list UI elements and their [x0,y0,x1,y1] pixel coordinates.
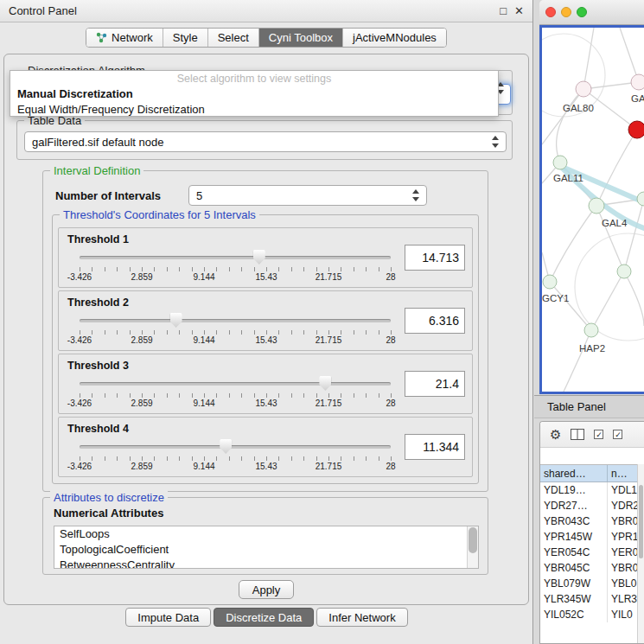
slider-thumb[interactable] [220,439,232,454]
gear-icon[interactable]: ⚙ [550,428,561,441]
checkbox-icon[interactable]: ✓ [613,430,622,439]
network-node[interactable] [628,121,644,138]
algorithm-option-manual[interactable]: Manual Discretization [10,86,498,101]
tab-jactivemnodules[interactable]: jActiveMNodules [343,29,446,47]
control-panel-titlebar[interactable]: Control Panel □ ✕ [0,0,532,22]
table-cell[interactable]: YDL1 [608,482,637,498]
threshold-3-slider[interactable] [80,375,391,392]
network-node[interactable] [589,198,604,214]
network-node[interactable] [584,323,598,337]
tab-network[interactable]: Network [86,29,163,47]
close-traffic-light-icon[interactable] [545,7,556,17]
threshold-4-value-field[interactable]: 11.344 [405,434,465,460]
algorithm-option-equal-width[interactable]: Equal Width/Frequency Discretization [10,101,498,117]
network-window-titlebar[interactable] [539,0,644,25]
threshold-2-value-field[interactable]: 6.316 [405,308,465,334]
network-node[interactable] [637,192,644,206]
number-of-intervals-combobox[interactable]: 5 [188,185,427,206]
table-cell[interactable]: YBR0 [608,560,637,576]
table-data-combobox[interactable]: galFiltered.sif default node [24,131,507,152]
column-header-shared-name[interactable]: shared… [540,465,608,481]
table-row[interactable]: YBR043CYBR0 [540,513,637,529]
tab-cyni-toolbox[interactable]: Cyni Toolbox [259,29,343,47]
table-cell[interactable]: YIL052C [540,607,608,622]
tab-impute-data[interactable]: Impute Data [125,608,211,627]
table-cell[interactable]: YBL0 [608,576,637,591]
zoom-traffic-light-icon[interactable] [577,7,587,17]
network-node[interactable] [576,81,591,97]
threshold-3-value-field[interactable]: 21.4 [405,371,465,397]
slider-scale: -3.4262.8599.14415.4321.71528 [80,462,391,472]
table-row[interactable]: YBR045CYBR0 [540,560,637,576]
list-scrollbar-thumb[interactable] [469,527,477,553]
table-row[interactable]: YDL19…YDL1 [540,482,637,498]
table-cell[interactable]: YLR3 [608,591,637,607]
float-window-icon[interactable]: □ [500,4,507,17]
columns-icon[interactable] [571,429,584,440]
table-scrollbar-thumb[interactable] [639,485,643,558]
column-header-name[interactable]: n… [608,465,637,481]
table-row[interactable]: YDR27…YDR2 [540,498,637,513]
tab-discretize-data[interactable]: Discretize Data [214,608,314,627]
checkbox-icon[interactable]: ✓ [594,430,603,439]
table-cell[interactable]: YER054C [540,545,608,560]
numerical-attributes-list[interactable]: SelfLoopsTopologicalCoefficientBetweenne… [54,526,479,569]
right-region: GAL80GAGAL11GAL4GCY1HAP2 Table Panel ⚙ ✓… [534,0,644,644]
table-cell[interactable]: YBR0 [608,513,637,529]
table-row[interactable]: YBL079WYBL0 [540,576,637,591]
table-cell[interactable]: YDR2 [608,498,637,513]
network-node[interactable] [617,265,631,278]
threshold-1-value-field[interactable]: 14.713 [405,245,465,271]
minimize-traffic-light-icon[interactable] [561,7,571,17]
attribute-item[interactable]: TopologicalCoefficient [54,542,467,558]
slider-track[interactable] [80,382,391,386]
number-of-intervals-label: Number of Intervals [55,189,161,202]
slider-scale-label: 15.43 [255,272,277,282]
table-cell[interactable]: YBR043C [540,513,608,529]
table-cell[interactable]: YLR345W [540,591,608,607]
table-row[interactable]: YIL052CYIL0 [540,607,637,622]
threshold-3-label: Threshold 3 [67,360,129,372]
attribute-item[interactable]: SelfLoops [54,526,467,542]
interval-definition-group: Interval Definition Number of Intervals … [42,170,488,492]
slider-track[interactable] [80,445,391,449]
table-cell[interactable]: YIL0 [608,607,637,622]
table-row[interactable]: YPR145WYPR1 [540,529,637,545]
slider-thumb[interactable] [253,250,265,265]
threshold-1-slider[interactable] [80,249,391,266]
close-window-icon[interactable]: ✕ [514,4,524,17]
table-body: YDL19…YDL1YDR27…YDR2YBR043CYBR0YPR145WYP… [540,482,637,643]
slider-thumb[interactable] [170,313,182,328]
network-view-frame: GAL80GAGAL11GAL4GCY1HAP2 [539,25,644,394]
attribute-item[interactable]: BetweennessCentrality [54,558,467,569]
list-scrollbar[interactable] [467,526,478,568]
tab-select[interactable]: Select [208,29,259,47]
slider-track[interactable] [80,256,391,259]
tab-infer-network[interactable]: Infer Network [316,608,407,627]
threshold-2-slider[interactable] [80,312,391,329]
table-cell[interactable]: YER0 [608,545,637,560]
apply-button[interactable]: Apply [239,580,294,599]
table-row[interactable]: YER054CYER0 [540,545,637,560]
network-node[interactable] [631,74,644,90]
table-cell[interactable]: YDR27… [540,498,608,513]
slider-thumb[interactable] [319,376,331,391]
table-data-selected-value: galFiltered.sif default node [32,136,163,149]
threshold-4-slider[interactable] [80,438,391,456]
table-row[interactable]: YLR345WYLR3 [540,591,637,607]
table-panel-bar[interactable]: Table Panel [534,395,644,418]
table-cell[interactable]: YBL079W [540,576,608,591]
table-cell[interactable]: YPR145W [540,529,608,545]
table-cell[interactable]: YDL19… [540,482,608,498]
slider-scale-label: -3.426 [67,462,92,471]
network-canvas[interactable]: GAL80GAGAL11GAL4GCY1HAP2 [542,28,644,392]
slider-scale-label: 15.43 [255,335,277,345]
network-node[interactable] [553,156,567,169]
table-cell[interactable]: YPR1 [608,529,637,545]
algorithm-placeholder-option[interactable]: Select algorithm to view settings [10,71,498,86]
tab-style[interactable]: Style [163,29,208,47]
network-node[interactable] [543,275,557,289]
slider-track[interactable] [80,319,391,322]
table-scrollbar[interactable] [637,464,644,643]
table-cell[interactable]: YBR045C [540,560,608,576]
